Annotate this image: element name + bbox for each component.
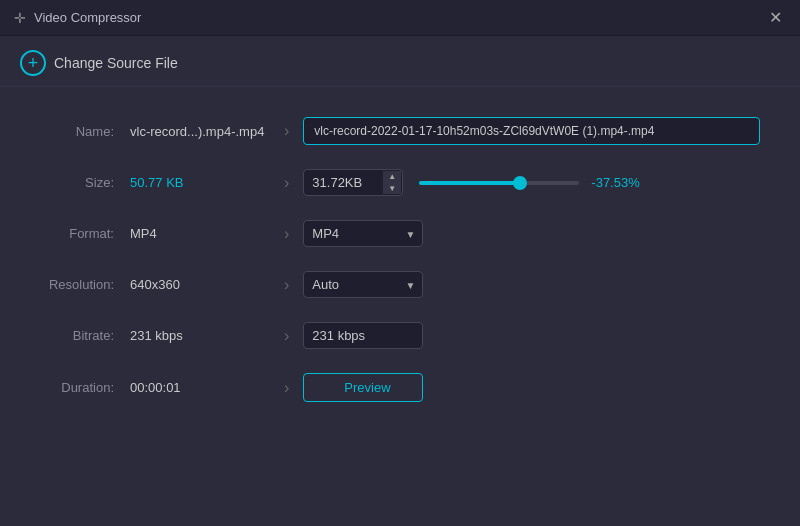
name-arrow-icon: › — [284, 122, 289, 140]
resolution-row: Resolution: 640x360 › Auto 1920x1080 128… — [40, 271, 760, 298]
size-slider-thumb — [513, 176, 527, 190]
format-source-value: MP4 — [130, 226, 270, 241]
duration-row: Duration: 00:00:01 › Preview — [40, 373, 760, 402]
bitrate-source-value: 231 kbps — [130, 328, 270, 343]
format-row: Format: MP4 › MP4 AVI MKV MOV ▼ — [40, 220, 760, 247]
format-select-wrapper: MP4 AVI MKV MOV ▼ — [303, 220, 423, 247]
resolution-arrow-icon: › — [284, 276, 289, 294]
format-select[interactable]: MP4 AVI MKV MOV — [303, 220, 423, 247]
duration-label: Duration: — [40, 380, 130, 395]
bitrate-arrow-icon: › — [284, 327, 289, 345]
bitrate-row: Bitrate: 231 kbps › — [40, 322, 760, 349]
size-row: Size: 50.77 KB › ▲ ▼ -37.53% — [40, 169, 760, 196]
title-bar: ✛ Video Compressor ✕ — [0, 0, 800, 36]
resolution-label: Resolution: — [40, 277, 130, 292]
close-button[interactable]: ✕ — [765, 8, 786, 28]
name-label: Name: — [40, 124, 130, 139]
size-spin-up[interactable]: ▲ — [383, 171, 401, 183]
format-label: Format: — [40, 226, 130, 241]
move-icon: ✛ — [14, 10, 26, 26]
duration-arrow-icon: › — [284, 379, 289, 397]
size-slider-track[interactable] — [419, 181, 579, 185]
change-source-label: Change Source File — [54, 55, 178, 71]
bitrate-input[interactable] — [303, 322, 423, 349]
name-target-value: vlc-record-2022-01-17-10h52m03s-ZCl69dVt… — [303, 117, 760, 145]
size-input-group: ▲ ▼ — [303, 169, 403, 196]
size-source-value: 50.77 KB — [130, 175, 270, 190]
duration-source-value: 00:00:01 — [130, 380, 270, 395]
name-row: Name: vlc-record...).mp4-.mp4 › vlc-reco… — [40, 117, 760, 145]
size-spin-buttons: ▲ ▼ — [383, 171, 401, 194]
size-slider-area: -37.53% — [419, 175, 760, 190]
size-arrow-icon: › — [284, 174, 289, 192]
size-label: Size: — [40, 175, 130, 190]
format-arrow-icon: › — [284, 225, 289, 243]
resolution-select[interactable]: Auto 1920x1080 1280x720 640x360 — [303, 271, 423, 298]
resolution-source-value: 640x360 — [130, 277, 270, 292]
app-title: Video Compressor — [34, 10, 141, 25]
name-source-value: vlc-record...).mp4-.mp4 — [130, 124, 270, 139]
form-area: Name: vlc-record...).mp4-.mp4 › vlc-reco… — [0, 87, 800, 446]
resolution-select-wrapper: Auto 1920x1080 1280x720 640x360 ▼ — [303, 271, 423, 298]
size-spin-down[interactable]: ▼ — [383, 183, 401, 195]
preview-button[interactable]: Preview — [303, 373, 423, 402]
title-bar-left: ✛ Video Compressor — [14, 10, 141, 26]
size-slider-percent: -37.53% — [591, 175, 639, 190]
size-slider-fill — [419, 181, 520, 185]
toolbar: + Change Source File — [0, 36, 800, 87]
add-circle-icon: + — [20, 50, 46, 76]
bitrate-label: Bitrate: — [40, 328, 130, 343]
change-source-button[interactable]: + Change Source File — [20, 50, 178, 76]
